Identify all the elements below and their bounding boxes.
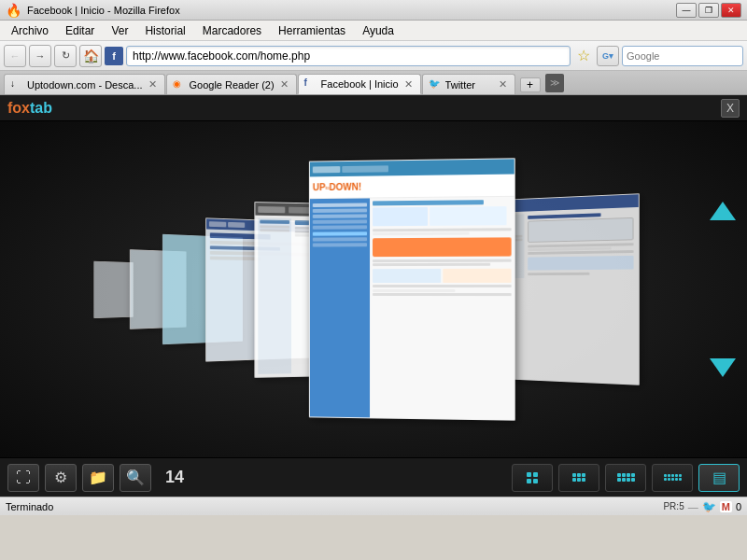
foxtab-close-button[interactable]: X	[721, 99, 740, 118]
fullscreen-icon: ⛶	[16, 469, 31, 486]
restore-button[interactable]: ❐	[698, 3, 719, 18]
menu-item-ayuda[interactable]: Ayuda	[355, 22, 402, 39]
carousel-down-arrow[interactable]	[708, 353, 738, 383]
tab-count: 14	[161, 468, 189, 487]
carousel: UPtoDOWN!	[0, 140, 691, 439]
reload-button[interactable]: ↻	[54, 45, 77, 67]
bookmark-star[interactable]: ☆	[573, 46, 594, 66]
gmail-status-icon: M	[720, 501, 732, 512]
gmail-count: 0	[736, 501, 741, 512]
tab-scroll-button[interactable]: ≫	[545, 74, 564, 92]
search-icon: 🔍	[126, 469, 145, 486]
pr-badge: PR:5	[663, 501, 684, 511]
tab-twitter[interactable]: 🐦 Twitter ✕	[422, 74, 515, 94]
tab-gr-favicon: ◉	[173, 78, 186, 91]
stack-icon: ▤	[712, 469, 726, 486]
view-button-1[interactable]	[512, 464, 553, 492]
view-button-2[interactable]	[558, 464, 599, 492]
minimize-button[interactable]: —	[676, 3, 697, 18]
menu-item-editar[interactable]: Editar	[58, 22, 102, 39]
down-arrow-icon	[710, 358, 736, 377]
tab-google-reader[interactable]: ◉ Google Reader (2) ✕	[166, 74, 297, 94]
status-text: Terminado	[6, 501, 655, 512]
tab-fb-label: Facebook | Inicio	[321, 78, 399, 90]
tab-fb-close[interactable]: ✕	[402, 77, 415, 91]
foxtab-tab-text: tab	[30, 100, 52, 117]
view-button-5[interactable]: ▤	[698, 464, 740, 492]
forward-button[interactable]: →	[29, 45, 51, 67]
menu-item-marcadores[interactable]: Marcadores	[195, 22, 269, 39]
fullscreen-button[interactable]: ⛶	[7, 464, 39, 492]
titlebar: 🔥 Facebook | Inicio - Mozilla Firefox — …	[0, 0, 747, 21]
statusbar: Terminado PR:5 — 🐦 M 0	[0, 497, 747, 515]
g-search-icon[interactable]: G▾	[597, 46, 619, 66]
window-controls: — ❐ ✕	[676, 3, 741, 18]
folder-button[interactable]: 📁	[82, 464, 114, 492]
navbar: ← → ↻ 🏠 f ☆ G▾	[0, 41, 747, 71]
main-area: UPtoDOWN!	[0, 121, 747, 457]
tab-uptodown[interactable]: ↓ Uptodown.com - Desca... ✕	[4, 74, 165, 94]
status-right: PR:5 — 🐦 M 0	[663, 500, 741, 513]
new-tab-button[interactable]: +	[520, 77, 541, 92]
gear-icon: ⚙	[54, 469, 67, 486]
tab-twitter-label: Twitter	[445, 79, 493, 91]
foxtab-logo: fox tab	[7, 100, 52, 117]
tab-uptodown-favicon: ↓	[10, 78, 23, 91]
close-button[interactable]: ✕	[721, 3, 741, 18]
foxtab-bar: fox tab X	[0, 95, 747, 121]
up-arrow-icon	[710, 202, 736, 220]
tabbar: ↓ Uptodown.com - Desca... ✕ ◉ Google Rea…	[0, 71, 747, 95]
menubar: ArchivoEditarVerHistorialMarcadoresHerra…	[0, 21, 747, 41]
browser-icon: 🔥	[6, 3, 21, 18]
menu-item-historial[interactable]: Historial	[137, 22, 192, 39]
facebook-page-icon: f	[105, 47, 123, 65]
tab-gr-close[interactable]: ✕	[278, 77, 290, 91]
tab-twitter-close[interactable]: ✕	[497, 77, 509, 91]
search-input[interactable]	[627, 50, 739, 62]
card-1[interactable]	[93, 260, 133, 317]
search-button[interactable]: 🔍	[120, 464, 151, 492]
url-bar[interactable]	[126, 46, 571, 66]
tab-twitter-favicon: 🐦	[429, 78, 442, 91]
tab-uptodown-label: Uptodown.com - Desca...	[27, 79, 143, 91]
tab-uptodown-close[interactable]: ✕	[147, 77, 159, 91]
card-uptodown[interactable]: UPtoDOWN!	[309, 158, 515, 420]
status-separator: —	[688, 501, 698, 512]
menu-item-herramientas[interactable]: Herramientas	[271, 22, 353, 39]
search-bar[interactable]	[622, 46, 743, 66]
view-button-3[interactable]	[605, 464, 646, 492]
back-button[interactable]: ←	[4, 45, 26, 67]
folder-icon: 📁	[89, 469, 107, 486]
foxtab-fox-text: fox	[7, 100, 30, 117]
tab-facebook[interactable]: f Facebook | Inicio ✕	[298, 74, 421, 94]
tab-gr-label: Google Reader (2)	[190, 79, 275, 91]
home-button[interactable]: 🏠	[79, 45, 102, 67]
tab-fb-favicon: f	[304, 77, 317, 91]
menu-item-archivo[interactable]: Archivo	[4, 22, 56, 39]
menu-item-ver[interactable]: Ver	[104, 22, 135, 39]
carousel-up-arrow[interactable]	[708, 196, 738, 226]
bottom-toolbar: ⛶ ⚙ 📁 🔍 14	[0, 457, 747, 497]
window-title: Facebook | Inicio - Mozilla Firefox	[27, 5, 670, 16]
twitter-status-icon: 🐦	[702, 500, 716, 513]
view-button-4[interactable]	[652, 464, 693, 492]
settings-button[interactable]: ⚙	[45, 464, 77, 492]
